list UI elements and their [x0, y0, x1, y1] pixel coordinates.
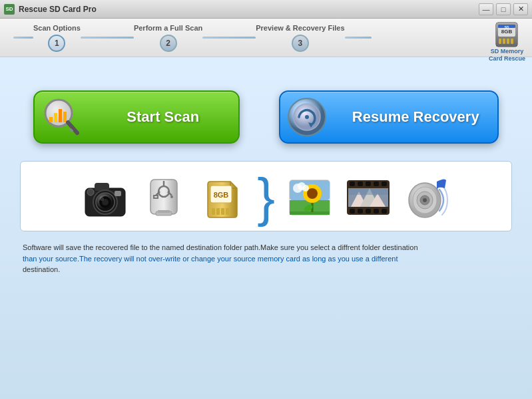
svg-rect-14 [63, 112, 67, 122]
logo-area: 8GB SD SD Memory Card Rescue [489, 20, 525, 63]
svg-text:SD: SD [505, 25, 509, 29]
step-3-circle: 3 [292, 35, 309, 52]
titlebar: SD Rescue SD Card Pro — □ ✕ [0, 0, 532, 19]
svg-point-20 [305, 115, 309, 119]
step-line-2-3 [202, 37, 256, 39]
info-line-1: Software will save the recovered file to… [23, 243, 418, 251]
svg-rect-41 [212, 208, 215, 215]
camera-icon-panel [79, 171, 132, 224]
svg-rect-42 [216, 208, 220, 215]
step-2-circle: 2 [160, 35, 177, 52]
step-2: Perform a Full Scan 2 [134, 24, 202, 52]
minimize-button[interactable]: — [479, 3, 493, 15]
logo-label: SD Memory Card Rescue [489, 48, 525, 63]
main-content: Start Scan [0, 57, 532, 399]
info-line-2: than your source.The recovery will not o… [23, 255, 398, 263]
arrow-brace: } [257, 171, 275, 224]
svg-rect-11 [49, 117, 53, 122]
logo-sd-icon: 8GB SD [489, 20, 524, 48]
music-icon [405, 176, 448, 219]
resume-icon-area [280, 90, 334, 144]
step-3-label: Preview & Recovery Files [256, 24, 344, 32]
step-1-label: Scan Options [33, 24, 81, 32]
svg-rect-13 [59, 109, 62, 122]
svg-point-51 [307, 188, 318, 199]
svg-rect-4 [507, 39, 509, 44]
svg-rect-2 [499, 39, 501, 44]
svg-point-29 [87, 189, 94, 196]
svg-rect-43 [221, 208, 224, 215]
svg-point-27 [100, 197, 104, 201]
usb-drive-icon-panel [137, 171, 190, 224]
svg-point-56 [302, 185, 309, 192]
svg-rect-49 [290, 211, 330, 215]
svg-rect-58 [350, 182, 355, 186]
step-3: Preview & Recovery Files 3 [256, 24, 344, 52]
step-1-circle: 1 [48, 35, 65, 52]
svg-rect-3 [503, 39, 505, 44]
svg-rect-44 [226, 208, 229, 215]
svg-rect-67 [382, 209, 387, 213]
camera-icon [81, 174, 129, 221]
svg-rect-61 [374, 182, 379, 186]
scan-icon-area [35, 90, 88, 144]
info-line-3: destination. [23, 265, 60, 273]
photo-icon-panel [283, 171, 336, 224]
resume-icon [286, 96, 328, 138]
svg-rect-59 [358, 182, 363, 186]
info-text-area: Software will save the recovered file to… [20, 242, 512, 275]
scan-icon [40, 96, 83, 138]
sd-card-icon: 8GB [202, 176, 242, 219]
music-icon-panel [400, 171, 453, 224]
svg-text:8GB: 8GB [501, 29, 513, 35]
svg-rect-62 [382, 182, 387, 186]
steps-container: Scan Options 1 Perform a Full Scan 2 Pre… [13, 24, 519, 52]
film-strip-icon [344, 175, 392, 220]
svg-rect-12 [54, 113, 57, 122]
svg-point-36 [170, 196, 173, 198]
step-line-end [345, 37, 372, 39]
svg-point-78 [423, 198, 427, 202]
usb-drive-icon [144, 174, 184, 221]
svg-rect-5 [511, 39, 513, 44]
app-icon: SD [4, 4, 15, 15]
svg-rect-65 [366, 209, 371, 213]
app-title: Rescue SD Card Pro [19, 5, 97, 14]
svg-rect-60 [366, 182, 371, 186]
window-controls: — □ ✕ [479, 3, 528, 15]
close-button[interactable]: ✕ [513, 3, 528, 15]
svg-rect-73 [348, 188, 388, 207]
film-strip-icon-panel [342, 171, 395, 224]
step-line-1-2 [81, 37, 134, 39]
resume-recovery-label: Resume Recovery [334, 108, 497, 126]
svg-rect-38 [158, 210, 170, 213]
step-2-label: Perform a Full Scan [134, 24, 202, 32]
svg-rect-64 [358, 209, 363, 213]
maximize-button[interactable]: □ [496, 3, 511, 15]
svg-rect-63 [350, 209, 355, 213]
start-scan-button[interactable]: Start Scan [33, 90, 240, 144]
svg-rect-28 [115, 191, 121, 196]
svg-rect-66 [374, 209, 379, 213]
buttons-row: Start Scan [20, 90, 512, 144]
svg-text:8GB: 8GB [214, 191, 229, 199]
step-1: Scan Options 1 [33, 24, 81, 52]
wizard-steps-bar: Scan Options 1 Perform a Full Scan 2 Pre… [0, 19, 532, 57]
start-scan-label: Start Scan [88, 108, 238, 126]
step-line-start [13, 37, 33, 39]
photo-icon [287, 175, 332, 220]
resume-recovery-button[interactable]: Resume Recovery [279, 90, 499, 144]
sd-card-icon-panel: 8GB [196, 171, 249, 224]
icons-panel: 8GB } [20, 161, 512, 231]
